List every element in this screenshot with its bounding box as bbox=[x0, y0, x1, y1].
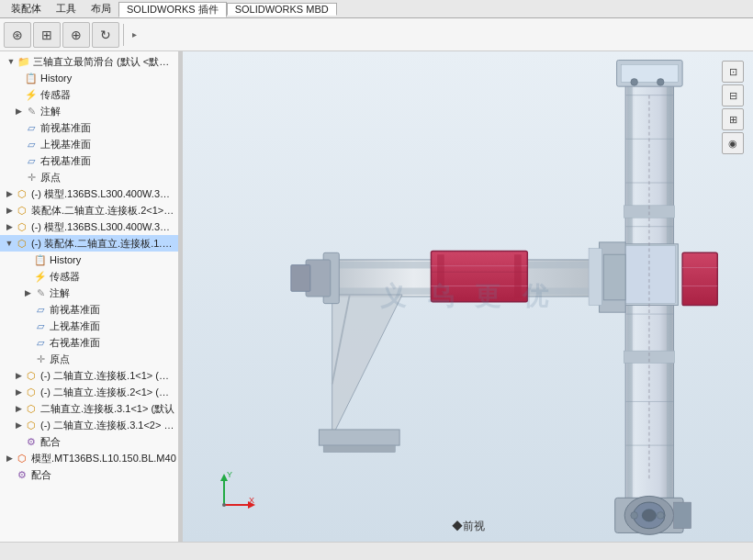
tree-root[interactable]: ▼ 📁 三轴直立最简滑台 (默认 <默认_显示状 bbox=[0, 53, 178, 70]
tree-item-top-view[interactable]: ▱上视基准面 bbox=[0, 136, 178, 152]
tree-item-note-top[interactable]: ▶✎注解 bbox=[0, 103, 178, 119]
expand-icon[interactable]: ▶ bbox=[13, 403, 24, 414]
svg-marker-35 bbox=[332, 295, 402, 436]
menu-sw-plugin[interactable]: SOLIDWORKS 插件 bbox=[118, 2, 227, 17]
menu-sw-mbd[interactable]: SOLIDWORKS MBD bbox=[227, 3, 337, 16]
svg-rect-13 bbox=[621, 64, 678, 82]
svg-point-17 bbox=[642, 510, 656, 521]
svg-point-56 bbox=[222, 503, 226, 507]
origin-icon: ✛ bbox=[24, 170, 39, 185]
tree-item-model1[interactable]: ▶⬡(-) 模型.136BS.L300.400W.3D<1> bbox=[0, 185, 178, 202]
svg-text:Y: Y bbox=[227, 470, 232, 479]
tree-item-sensor-top[interactable]: ⚡传感器 bbox=[0, 86, 178, 103]
expand-icon[interactable]: ▶ bbox=[4, 221, 15, 232]
root-expand[interactable]: ▼ bbox=[6, 56, 17, 67]
tree-item-label: 上视基准面 bbox=[48, 319, 176, 333]
expand-icon[interactable]: ▶ bbox=[22, 287, 33, 298]
tree-item-label: (-) 模型.136BS.L300.400W.3D<1> bbox=[29, 187, 176, 201]
tree-item-comp2[interactable]: ▶⬡(-) 二轴直立.连接板.2<1> (默认 bbox=[0, 384, 178, 400]
tree-item-note2[interactable]: ▶✎注解 bbox=[0, 285, 178, 301]
tree-item-origin2[interactable]: ✛原点 bbox=[0, 351, 178, 367]
expand-icon bbox=[22, 254, 33, 265]
tree-item-origin[interactable]: ✛原点 bbox=[0, 169, 178, 185]
feature-tree-panel: ▼ 📁 三轴直立最简滑台 (默认 <默认_显示状 📋History⚡传感器▶✎注… bbox=[0, 51, 179, 542]
filter-icon: ⊛ bbox=[12, 28, 23, 42]
tree-item-label: History bbox=[39, 73, 176, 84]
component-icon: ⬡ bbox=[15, 186, 29, 201]
tree-item-front-view[interactable]: ▱前视基准面 bbox=[0, 119, 178, 136]
zoom-button[interactable]: ⊞ bbox=[33, 22, 61, 48]
plane-icon: ▱ bbox=[24, 120, 39, 135]
tree-item-label: (-) 二轴直立.连接板.3.1<2> (默认 bbox=[39, 419, 176, 432]
expand-icon bbox=[13, 436, 24, 447]
tree-item-label: (-) 模型.136BS.L300.400W.3D<2> bbox=[29, 220, 176, 234]
expand-icon bbox=[13, 172, 24, 183]
tree-item-sensor2[interactable]: ⚡传感器 bbox=[0, 268, 178, 285]
plane-icon: ▱ bbox=[33, 319, 48, 333]
expand-icon[interactable]: ▶ bbox=[13, 386, 24, 398]
view-area[interactable]: 义 乌 更 优 Y X ◆前视 ⊡ ⊟ ⊞ ◉ bbox=[183, 51, 753, 542]
tree-item-label: 配合 bbox=[29, 468, 176, 482]
tree-item-top-view2[interactable]: ▱上视基准面 bbox=[0, 318, 178, 334]
menu-tools[interactable]: 工具 bbox=[49, 2, 84, 16]
display-mode-button[interactable]: ◉ bbox=[722, 132, 744, 154]
expand-icon bbox=[22, 353, 33, 364]
plane-icon: ▱ bbox=[24, 153, 39, 168]
section-view-button[interactable]: ⊟ bbox=[722, 84, 744, 106]
menu-assembly[interactable]: 装配体 bbox=[4, 2, 49, 16]
tree-item-model2[interactable]: ▶⬡(-) 模型.136BS.L300.400W.3D<2> bbox=[0, 218, 178, 235]
svg-rect-40 bbox=[603, 254, 625, 300]
svg-point-41 bbox=[631, 79, 638, 86]
tree-item-assembly1[interactable]: ▶⬡装配体.二轴直立.连接板.2<1> 使 bbox=[0, 202, 178, 218]
svg-rect-31 bbox=[589, 249, 601, 306]
3d-model-svg bbox=[183, 51, 753, 542]
expand-icon[interactable]: ▼ bbox=[4, 238, 15, 249]
expand-icon[interactable]: ▶ bbox=[4, 205, 15, 216]
feature-tree: ▼ 📁 三轴直立最简滑台 (默认 <默认_显示状 📋History⚡传感器▶✎注… bbox=[0, 51, 178, 542]
component-icon: ⬡ bbox=[15, 203, 29, 218]
view-orient-button[interactable]: ⊡ bbox=[722, 61, 744, 83]
expand-icon[interactable]: ▶ bbox=[4, 188, 15, 199]
tree-item-label: (-) 二轴直立.连接板.2<1> (默认 bbox=[39, 386, 176, 399]
tree-item-history2[interactable]: 📋History bbox=[0, 252, 178, 268]
tree-item-comp4[interactable]: ▶⬡(-) 二轴直立.连接板.3.1<2> (默认 bbox=[0, 417, 178, 433]
tree-item-comp3[interactable]: ▶⬡二轴直立.连接板.3.1<1> (默认 bbox=[0, 400, 178, 417]
component-icon: ⬡ bbox=[15, 236, 29, 251]
tree-item-label: (-) 二轴直立.连接板.1<1> (默认 bbox=[39, 369, 176, 383]
tree-item-config1[interactable]: ⚙配合 bbox=[0, 433, 178, 450]
toolbar-expand-arrow[interactable]: ▸ bbox=[128, 22, 140, 48]
svg-rect-47 bbox=[319, 430, 399, 445]
config-icon: ⚙ bbox=[24, 434, 39, 449]
tree-item-right-view[interactable]: ▱右视基准面 bbox=[0, 152, 178, 169]
expand-icon[interactable]: ▶ bbox=[13, 106, 24, 117]
expand-icon[interactable]: ▶ bbox=[13, 420, 24, 431]
rotate-icon: ↻ bbox=[100, 28, 111, 42]
component-icon: ⬡ bbox=[24, 385, 39, 399]
tree-item-right-view2[interactable]: ▱右视基准面 bbox=[0, 334, 178, 351]
tree-item-label: 模型.MT136BS.L10.150.BL.M40 bbox=[29, 452, 176, 465]
tree-item-config2[interactable]: ⚙配合 bbox=[0, 466, 178, 483]
history-icon: 📋 bbox=[24, 71, 39, 85]
pan-button[interactable]: ⊕ bbox=[62, 22, 90, 48]
tree-item-comp1[interactable]: ▶⬡(-) 二轴直立.连接板.1<1> (默认 bbox=[0, 367, 178, 384]
zoom-fit-button[interactable]: ⊞ bbox=[722, 108, 744, 130]
plane-icon: ▱ bbox=[33, 335, 48, 350]
svg-rect-18 bbox=[674, 502, 691, 529]
expand-icon[interactable]: ▶ bbox=[4, 453, 15, 464]
tree-item-front-view2[interactable]: ▱前视基准面 bbox=[0, 301, 178, 318]
tree-item-model3[interactable]: ▶⬡模型.MT136BS.L10.150.BL.M40 bbox=[0, 450, 178, 466]
plane-icon: ▱ bbox=[24, 137, 39, 151]
component-icon: ⬡ bbox=[15, 451, 29, 465]
tree-item-assembly2[interactable]: ▼⬡(-) 装配体.二轴直立.连接板.1.1<1> bbox=[0, 235, 178, 252]
tree-item-label: 配合 bbox=[39, 435, 176, 449]
filter-button[interactable]: ⊛ bbox=[4, 22, 31, 48]
menu-layout[interactable]: 布局 bbox=[84, 2, 118, 16]
expand-icon bbox=[13, 89, 24, 100]
folder-icon: 📁 bbox=[17, 54, 31, 69]
tree-item-label: 上视基准面 bbox=[39, 138, 176, 151]
view-label: ◆前视 bbox=[452, 519, 485, 534]
expand-icon[interactable]: ▶ bbox=[13, 370, 24, 381]
config-icon: ⚙ bbox=[15, 467, 29, 482]
tree-item-history-top[interactable]: 📋History bbox=[0, 70, 178, 86]
rotate-button[interactable]: ↻ bbox=[92, 22, 119, 48]
